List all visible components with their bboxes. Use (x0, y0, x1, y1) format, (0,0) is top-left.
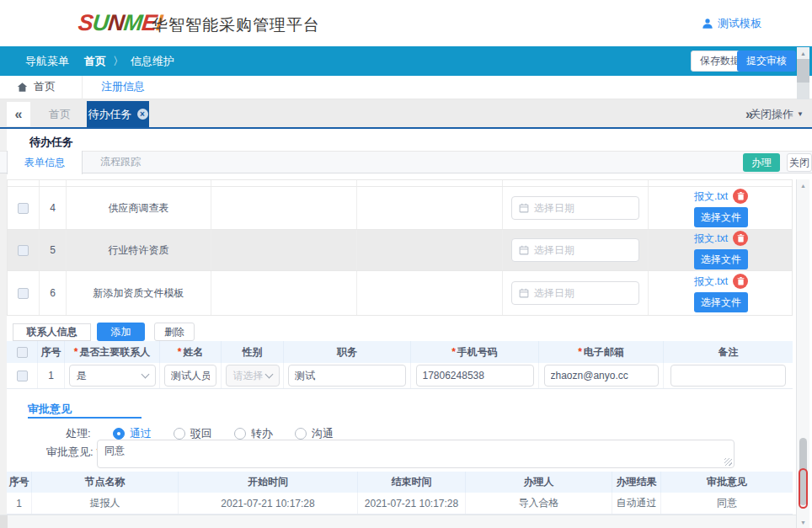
scrollbar-thumb[interactable] (797, 59, 809, 83)
cell: 2021-07-21 10:17:28 (358, 493, 466, 514)
breadcrumb-home[interactable]: 首页 (84, 54, 106, 69)
close-operations-dropdown[interactable]: 关闭操作 ▼ (750, 102, 804, 126)
column-header: 性别 (222, 341, 284, 363)
gender-select[interactable]: 请选择 (226, 365, 280, 387)
column-header: *手机号码 (411, 341, 539, 363)
primary-contact-select[interactable]: 是 (69, 365, 156, 387)
nav-menu-toggle[interactable]: 导航菜单 (25, 54, 69, 69)
table-row-clipped (8, 180, 792, 187)
choose-file-button[interactable]: 选择文件 (694, 292, 748, 312)
required-mark: * (578, 346, 582, 358)
column-header: 结束时间 (358, 472, 466, 493)
opinion-text: 同意 (104, 445, 125, 456)
choose-file-button[interactable]: 选择文件 (694, 249, 748, 269)
close-button[interactable]: 关闭 (787, 153, 812, 172)
attachment-name: 行业特许资质 (67, 230, 211, 270)
select-all-checkbox[interactable] (17, 347, 28, 358)
scroll-down-icon[interactable]: ▼ (797, 516, 809, 528)
approval-title-underline (28, 417, 142, 419)
chevron-down-icon: ▼ (797, 110, 804, 118)
app-window: SUNMEI 华智智能采购管理平台 测试模板 导航菜单 首页 〉 信息维护 保存… (0, 0, 812, 528)
radio-icon[interactable] (234, 428, 246, 440)
window-tab-home[interactable]: 首页 (34, 102, 86, 126)
column-header: 序号 (38, 341, 65, 363)
tab-close-icon[interactable]: × (137, 109, 148, 120)
choose-file-button[interactable]: 选择文件 (694, 207, 748, 227)
mobile-input[interactable] (416, 365, 534, 387)
panel-scrollbar[interactable]: ▲ ▼ (796, 179, 809, 528)
required-mark: * (451, 346, 456, 358)
row-checkbox[interactable] (17, 371, 28, 381)
page-scrollbar-fragment[interactable]: ▲ (797, 47, 809, 99)
date-picker-input[interactable]: 选择日期 (511, 238, 639, 262)
add-contact-button[interactable]: 添加 (97, 323, 145, 341)
delete-file-button[interactable] (733, 231, 748, 246)
breadcrumb-separator: 〉 (113, 54, 124, 69)
cell: 1 (7, 493, 32, 514)
cell: 2021-07-21 10:17:28 (179, 493, 358, 514)
tabs-scroll-left-button[interactable]: « (7, 102, 30, 126)
column-header: *电子邮箱 (539, 341, 664, 363)
resize-handle[interactable] (724, 458, 732, 466)
sidebar-item-home[interactable]: 首页 (17, 79, 56, 94)
radio-selected-icon[interactable] (113, 428, 125, 440)
home-icon (17, 82, 28, 93)
date-picker-input[interactable]: 选择日期 (511, 281, 639, 305)
attached-file-link[interactable]: 报文.txt (694, 189, 728, 204)
breadcrumb: 首页 〉 信息维护 (84, 54, 174, 69)
contacts-section-label: 联系人信息 (13, 323, 91, 341)
contacts-header-row: 序号 *是否主要联系人 *姓名 性别 职务 *手机号码 *电子邮箱 备注 (7, 341, 793, 363)
column-header: 备注 (664, 341, 793, 363)
tab-registration-info[interactable]: 注册信息 (101, 79, 145, 94)
column-header: 节点名称 (32, 472, 179, 493)
scroll-up-icon[interactable]: ▲ (797, 179, 809, 191)
radio-icon[interactable] (295, 428, 307, 440)
attached-file-link[interactable]: 报文.txt (694, 232, 728, 246)
attachment-name: 供应商调查表 (67, 187, 211, 229)
handle-button[interactable]: 办理 (743, 153, 780, 172)
approval-section-title: 审批意见 (28, 402, 72, 417)
tab-form-info[interactable]: 表单信息 (7, 151, 83, 174)
scrollbar-highlight (799, 468, 808, 509)
opinion-textarea[interactable]: 同意 (97, 440, 735, 468)
opinion-label: 审批意见: * (46, 445, 102, 460)
duty-input[interactable] (288, 365, 406, 387)
delete-file-button[interactable] (733, 274, 748, 289)
contact-name-input[interactable] (164, 365, 216, 387)
delete-file-button[interactable] (733, 189, 748, 204)
trash-icon (737, 234, 745, 243)
column-header: 办理结果 (612, 472, 661, 493)
top-navbar: 导航菜单 首页 〉 信息维护 保存数据 提交审核 (0, 46, 812, 76)
delete-contact-button[interactable]: 删除 (154, 323, 195, 341)
column-header: 审批意见 (661, 472, 793, 493)
contact-row: 1 是 请选择 (7, 363, 793, 389)
contacts-table: 序号 *是否主要联系人 *姓名 性别 职务 *手机号码 *电子邮箱 备注 1 是… (7, 341, 793, 389)
scrollbar-corner (0, 515, 8, 528)
window-tab-label: 待办任务 (88, 107, 132, 122)
panel-title: 待办任务 (29, 135, 73, 150)
sidebar-home-label: 首页 (34, 79, 56, 94)
remark-input[interactable] (670, 365, 786, 387)
tabstrip-accent-border (0, 127, 812, 129)
row-checkbox[interactable] (18, 288, 29, 299)
tab-flow-track[interactable]: 流程跟踪 (83, 151, 158, 173)
row-checkbox[interactable] (18, 203, 29, 214)
date-placeholder: 选择日期 (534, 286, 574, 301)
radio-icon[interactable] (174, 428, 185, 440)
breadcrumb-current: 信息维护 (131, 54, 174, 69)
history-row: 1 提报人 2021-07-21 10:17:28 2021-07-21 10:… (7, 493, 793, 515)
user-menu[interactable]: 测试模板 (702, 16, 761, 31)
app-header: SUNMEI 华智智能采购管理平台 测试模板 (0, 0, 812, 46)
window-tab-todo-active[interactable]: 待办任务 × (87, 101, 149, 127)
date-picker-input[interactable]: 选择日期 (511, 196, 639, 220)
submit-review-button[interactable]: 提交审核 (737, 51, 796, 72)
attached-file-link[interactable]: 报文.txt (694, 275, 728, 289)
email-input[interactable] (544, 365, 659, 387)
date-placeholder: 选择日期 (534, 201, 574, 216)
row-checkbox[interactable] (18, 245, 29, 256)
scroll-up-icon[interactable]: ▲ (797, 47, 809, 59)
history-header-row: 序号 节点名称 开始时间 结束时间 办理人 办理结果 审批意见 (7, 472, 793, 493)
column-header: 办理人 (466, 472, 612, 493)
brand-logo: SUNMEI (77, 10, 163, 36)
row-number: 1 (38, 363, 65, 388)
